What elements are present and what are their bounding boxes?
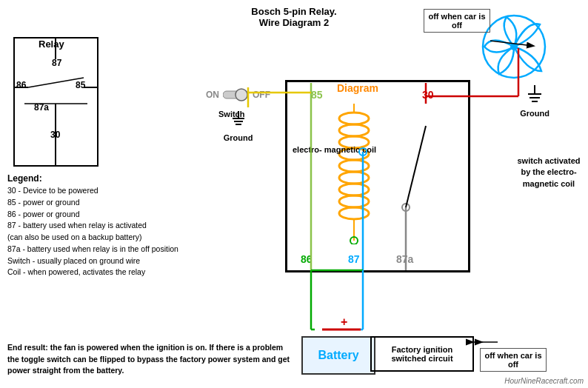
svg-point-20: [339, 195, 369, 207]
diagram-pin-87a: 87a: [396, 253, 413, 265]
ground-symbol-right: [527, 85, 543, 109]
diagram-label: Diagram: [337, 82, 378, 94]
diagram-pin-85: 85: [311, 89, 323, 101]
svg-point-8: [235, 89, 247, 101]
legend-title: Legend:: [7, 172, 178, 185]
coil-svg: [332, 104, 376, 244]
legend-item-3: 87 - battery used when relay is activate…: [7, 220, 178, 232]
emag-coil-label: electro- magnetic coil: [293, 144, 376, 155]
legend-item-4: (can also be used on a backup battery): [7, 232, 178, 244]
switch-on-label: ON: [206, 90, 219, 100]
ground-label-left: Ground: [224, 133, 253, 142]
legend: Legend: 30 - Device to be powered 85 - p…: [7, 172, 178, 278]
svg-point-19: [339, 184, 369, 195]
svg-line-3: [28, 78, 84, 87]
ground-right: Ground: [520, 85, 549, 118]
factory-label: Factory ignition switched circuit: [374, 345, 470, 363]
legend-item-5: 87a - battery used when relay is in the …: [7, 244, 178, 255]
relay-diagram-svg: [13, 37, 98, 167]
legend-item-6: Switch - usually placed on ground wire: [7, 255, 178, 267]
diagram-pin-30: 30: [422, 89, 434, 101]
diagram-pin-86: 86: [301, 253, 313, 265]
svg-point-17: [339, 160, 369, 172]
legend-item-7: Coil - when powered, activates the relay: [7, 267, 178, 278]
svg-point-21: [339, 207, 369, 219]
end-result-text: End result: the fan is powered when the …: [7, 342, 293, 377]
factory-box: Factory ignition switched circuit: [370, 336, 474, 372]
svg-text:+: +: [341, 315, 347, 328]
switch-activated-label: switch activated by the electro- magneti…: [515, 155, 582, 190]
diagram-box: [285, 80, 470, 272]
off-label-bottom: off when car is off: [480, 348, 547, 372]
fan-svg: [481, 13, 547, 80]
off-label-top: off when car is off: [424, 9, 490, 33]
svg-point-26: [510, 43, 518, 50]
svg-point-14: [339, 124, 369, 136]
svg-point-18: [339, 172, 369, 184]
watermark: HourNineRacecraft.com: [504, 377, 584, 385]
battery-label: Battery: [318, 349, 358, 362]
legend-item-1: 85 - power or ground: [7, 197, 178, 209]
legend-item-2: 86 - power or ground: [7, 209, 178, 221]
diagram-pin-87: 87: [348, 253, 360, 265]
battery-box: Battery: [301, 336, 375, 375]
switch-label: Switch: [218, 110, 244, 118]
legend-item-0: 30 - Device to be powered: [7, 185, 178, 197]
ground-label-right: Ground: [520, 109, 549, 118]
switch-off-label: OFF: [253, 90, 270, 100]
toggle-switch-icon[interactable]: [223, 87, 249, 102]
svg-point-13: [339, 113, 369, 124]
